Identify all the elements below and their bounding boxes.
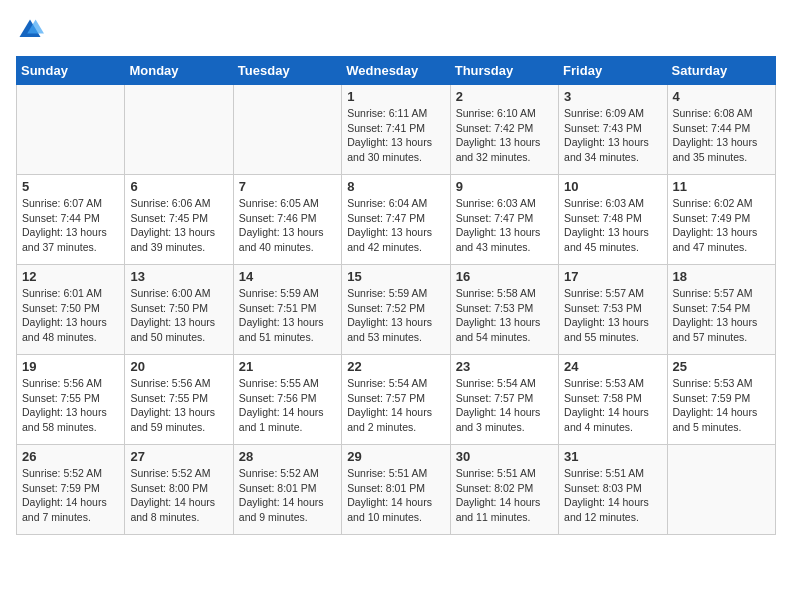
- cell-content: Sunrise: 6:08 AMSunset: 7:44 PMDaylight:…: [673, 106, 770, 165]
- page-header: [16, 16, 776, 44]
- day-number: 6: [130, 179, 227, 194]
- calendar-cell: 11Sunrise: 6:02 AMSunset: 7:49 PMDayligh…: [667, 175, 775, 265]
- calendar-cell: 28Sunrise: 5:52 AMSunset: 8:01 PMDayligh…: [233, 445, 341, 535]
- day-number: 12: [22, 269, 119, 284]
- cell-content: Sunrise: 5:53 AMSunset: 7:58 PMDaylight:…: [564, 376, 661, 435]
- cell-content: Sunrise: 5:56 AMSunset: 7:55 PMDaylight:…: [22, 376, 119, 435]
- calendar-cell: 30Sunrise: 5:51 AMSunset: 8:02 PMDayligh…: [450, 445, 558, 535]
- calendar-cell: 8Sunrise: 6:04 AMSunset: 7:47 PMDaylight…: [342, 175, 450, 265]
- calendar-cell: 12Sunrise: 6:01 AMSunset: 7:50 PMDayligh…: [17, 265, 125, 355]
- day-number: 10: [564, 179, 661, 194]
- day-number: 30: [456, 449, 553, 464]
- cell-content: Sunrise: 6:00 AMSunset: 7:50 PMDaylight:…: [130, 286, 227, 345]
- cell-content: Sunrise: 6:03 AMSunset: 7:48 PMDaylight:…: [564, 196, 661, 255]
- cell-content: Sunrise: 5:54 AMSunset: 7:57 PMDaylight:…: [456, 376, 553, 435]
- day-number: 27: [130, 449, 227, 464]
- cell-content: Sunrise: 5:51 AMSunset: 8:03 PMDaylight:…: [564, 466, 661, 525]
- day-number: 5: [22, 179, 119, 194]
- cell-content: Sunrise: 6:04 AMSunset: 7:47 PMDaylight:…: [347, 196, 444, 255]
- day-number: 8: [347, 179, 444, 194]
- day-number: 1: [347, 89, 444, 104]
- cell-content: Sunrise: 5:57 AMSunset: 7:53 PMDaylight:…: [564, 286, 661, 345]
- day-number: 18: [673, 269, 770, 284]
- calendar-week-1: 1Sunrise: 6:11 AMSunset: 7:41 PMDaylight…: [17, 85, 776, 175]
- calendar-cell: 24Sunrise: 5:53 AMSunset: 7:58 PMDayligh…: [559, 355, 667, 445]
- cell-content: Sunrise: 6:10 AMSunset: 7:42 PMDaylight:…: [456, 106, 553, 165]
- day-number: 9: [456, 179, 553, 194]
- column-header-saturday: Saturday: [667, 57, 775, 85]
- cell-content: Sunrise: 5:54 AMSunset: 7:57 PMDaylight:…: [347, 376, 444, 435]
- calendar-cell: 9Sunrise: 6:03 AMSunset: 7:47 PMDaylight…: [450, 175, 558, 265]
- cell-content: Sunrise: 6:09 AMSunset: 7:43 PMDaylight:…: [564, 106, 661, 165]
- day-number: 7: [239, 179, 336, 194]
- day-number: 31: [564, 449, 661, 464]
- day-number: 25: [673, 359, 770, 374]
- cell-content: Sunrise: 5:55 AMSunset: 7:56 PMDaylight:…: [239, 376, 336, 435]
- calendar-cell: 2Sunrise: 6:10 AMSunset: 7:42 PMDaylight…: [450, 85, 558, 175]
- calendar-cell: 29Sunrise: 5:51 AMSunset: 8:01 PMDayligh…: [342, 445, 450, 535]
- calendar-week-2: 5Sunrise: 6:07 AMSunset: 7:44 PMDaylight…: [17, 175, 776, 265]
- day-number: 29: [347, 449, 444, 464]
- calendar-cell: 21Sunrise: 5:55 AMSunset: 7:56 PMDayligh…: [233, 355, 341, 445]
- calendar-cell: 16Sunrise: 5:58 AMSunset: 7:53 PMDayligh…: [450, 265, 558, 355]
- day-number: 21: [239, 359, 336, 374]
- day-number: 19: [22, 359, 119, 374]
- cell-content: Sunrise: 5:51 AMSunset: 8:02 PMDaylight:…: [456, 466, 553, 525]
- cell-content: Sunrise: 6:02 AMSunset: 7:49 PMDaylight:…: [673, 196, 770, 255]
- cell-content: Sunrise: 5:59 AMSunset: 7:52 PMDaylight:…: [347, 286, 444, 345]
- calendar-cell: [125, 85, 233, 175]
- cell-content: Sunrise: 6:11 AMSunset: 7:41 PMDaylight:…: [347, 106, 444, 165]
- cell-content: Sunrise: 5:58 AMSunset: 7:53 PMDaylight:…: [456, 286, 553, 345]
- calendar-cell: 27Sunrise: 5:52 AMSunset: 8:00 PMDayligh…: [125, 445, 233, 535]
- calendar-header-row: SundayMondayTuesdayWednesdayThursdayFrid…: [17, 57, 776, 85]
- column-header-friday: Friday: [559, 57, 667, 85]
- calendar-cell: 23Sunrise: 5:54 AMSunset: 7:57 PMDayligh…: [450, 355, 558, 445]
- calendar-cell: 10Sunrise: 6:03 AMSunset: 7:48 PMDayligh…: [559, 175, 667, 265]
- calendar-cell: 26Sunrise: 5:52 AMSunset: 7:59 PMDayligh…: [17, 445, 125, 535]
- calendar-week-5: 26Sunrise: 5:52 AMSunset: 7:59 PMDayligh…: [17, 445, 776, 535]
- day-number: 23: [456, 359, 553, 374]
- day-number: 15: [347, 269, 444, 284]
- day-number: 4: [673, 89, 770, 104]
- calendar-week-4: 19Sunrise: 5:56 AMSunset: 7:55 PMDayligh…: [17, 355, 776, 445]
- day-number: 28: [239, 449, 336, 464]
- cell-content: Sunrise: 5:57 AMSunset: 7:54 PMDaylight:…: [673, 286, 770, 345]
- calendar-cell: 31Sunrise: 5:51 AMSunset: 8:03 PMDayligh…: [559, 445, 667, 535]
- calendar-cell: [17, 85, 125, 175]
- day-number: 20: [130, 359, 227, 374]
- day-number: 3: [564, 89, 661, 104]
- cell-content: Sunrise: 6:05 AMSunset: 7:46 PMDaylight:…: [239, 196, 336, 255]
- cell-content: Sunrise: 6:06 AMSunset: 7:45 PMDaylight:…: [130, 196, 227, 255]
- cell-content: Sunrise: 5:56 AMSunset: 7:55 PMDaylight:…: [130, 376, 227, 435]
- calendar-cell: 17Sunrise: 5:57 AMSunset: 7:53 PMDayligh…: [559, 265, 667, 355]
- calendar-cell: 7Sunrise: 6:05 AMSunset: 7:46 PMDaylight…: [233, 175, 341, 265]
- calendar-cell: 6Sunrise: 6:06 AMSunset: 7:45 PMDaylight…: [125, 175, 233, 265]
- calendar-cell: 1Sunrise: 6:11 AMSunset: 7:41 PMDaylight…: [342, 85, 450, 175]
- cell-content: Sunrise: 5:51 AMSunset: 8:01 PMDaylight:…: [347, 466, 444, 525]
- calendar-cell: 3Sunrise: 6:09 AMSunset: 7:43 PMDaylight…: [559, 85, 667, 175]
- day-number: 22: [347, 359, 444, 374]
- column-header-monday: Monday: [125, 57, 233, 85]
- day-number: 24: [564, 359, 661, 374]
- cell-content: Sunrise: 5:59 AMSunset: 7:51 PMDaylight:…: [239, 286, 336, 345]
- day-number: 16: [456, 269, 553, 284]
- calendar-cell: 13Sunrise: 6:00 AMSunset: 7:50 PMDayligh…: [125, 265, 233, 355]
- calendar-cell: 25Sunrise: 5:53 AMSunset: 7:59 PMDayligh…: [667, 355, 775, 445]
- day-number: 2: [456, 89, 553, 104]
- day-number: 11: [673, 179, 770, 194]
- calendar-cell: 18Sunrise: 5:57 AMSunset: 7:54 PMDayligh…: [667, 265, 775, 355]
- column-header-tuesday: Tuesday: [233, 57, 341, 85]
- calendar-cell: 19Sunrise: 5:56 AMSunset: 7:55 PMDayligh…: [17, 355, 125, 445]
- calendar-cell: 22Sunrise: 5:54 AMSunset: 7:57 PMDayligh…: [342, 355, 450, 445]
- cell-content: Sunrise: 5:52 AMSunset: 8:01 PMDaylight:…: [239, 466, 336, 525]
- logo: [16, 16, 48, 44]
- cell-content: Sunrise: 6:01 AMSunset: 7:50 PMDaylight:…: [22, 286, 119, 345]
- cell-content: Sunrise: 6:07 AMSunset: 7:44 PMDaylight:…: [22, 196, 119, 255]
- column-header-thursday: Thursday: [450, 57, 558, 85]
- calendar-week-3: 12Sunrise: 6:01 AMSunset: 7:50 PMDayligh…: [17, 265, 776, 355]
- day-number: 26: [22, 449, 119, 464]
- calendar-cell: [667, 445, 775, 535]
- cell-content: Sunrise: 6:03 AMSunset: 7:47 PMDaylight:…: [456, 196, 553, 255]
- day-number: 14: [239, 269, 336, 284]
- calendar-cell: 14Sunrise: 5:59 AMSunset: 7:51 PMDayligh…: [233, 265, 341, 355]
